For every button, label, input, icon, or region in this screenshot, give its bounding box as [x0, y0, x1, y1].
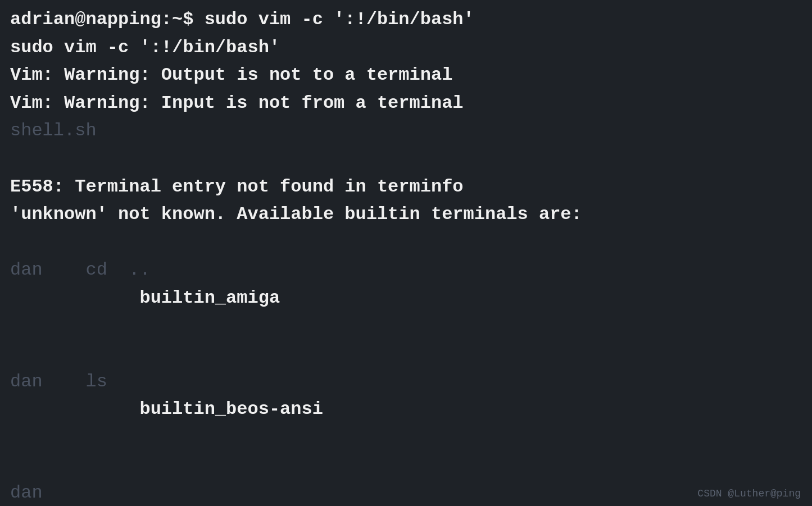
terminal-line-10: dan ls builtin_beos-ansi [10, 340, 802, 451]
terminal-container: adrian@napping:~$ sudo vim -c ':!/bin/ba… [0, 0, 812, 506]
terminal-line-4: Vim: Warning: Input is not from a termin… [10, 89, 802, 117]
terminal-line-6 [10, 145, 802, 173]
terminal-line-11: dan builtin_ansi [10, 452, 802, 507]
terminal-line-8: 'unknown' not known. Available builtin t… [10, 200, 802, 229]
terminal-line-1: adrian@napping:~$ sudo vim -c ':!/bin/ba… [10, 6, 802, 34]
terminal-line-5-overlay: shell.sh [10, 117, 802, 145]
terminal-line-3: Vim: Warning: Output is not to a termina… [10, 61, 802, 89]
terminal-line-2: sudo vim -c ':!/bin/bash' [10, 34, 802, 62]
terminal-line-7: E558: Terminal entry not found in termin… [10, 173, 802, 201]
terminal-line-9: dan cd .. builtin_amiga [10, 229, 802, 340]
watermark: CSDN @Luther@ping [697, 488, 801, 499]
